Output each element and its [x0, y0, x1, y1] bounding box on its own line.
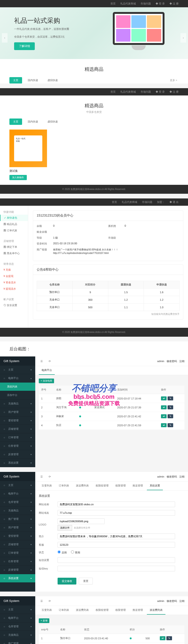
hero-cta-button[interactable]: 了解详情	[14, 42, 35, 50]
input-kefu[interactable]	[58, 542, 175, 548]
subtab-2[interactable]: 订单列表	[56, 606, 72, 614]
menu-ecommerce[interactable]: ○电商平台▾	[0, 490, 35, 498]
menu-promo[interactable]: ○推广管理▾	[0, 515, 35, 524]
sidebar-recharge[interactable]: ¥ 充值	[0, 267, 28, 273]
refresh-icon[interactable]: ⟳	[47, 474, 52, 480]
menu-home[interactable]: ○主页▾	[0, 606, 35, 614]
product-card[interactable]: 礼品一站式采购 测试集 加入购物车	[10, 130, 47, 180]
menu-task[interactable]: ○任务管理▾	[0, 557, 35, 566]
menu-recharge[interactable]: ○充值商品▾	[0, 400, 35, 408]
refresh-icon[interactable]: ⟳	[47, 598, 52, 604]
toggle-button[interactable]: ⇄	[161, 405, 166, 409]
nav-home[interactable]: 首页	[110, 2, 116, 6]
nav-faq[interactable]: 市场问题	[140, 2, 151, 6]
subtab-2[interactable]: 订单列表	[56, 482, 72, 490]
promo-link[interactable]: http://77.u7u.top/index/index/reg/code/7…	[53, 251, 118, 255]
menu-ecommerce[interactable]: ○电商平台▾	[0, 614, 35, 622]
sidebar-orders[interactable]: 圈 订单代发	[0, 227, 28, 234]
menu-toggle-icon[interactable]: ☰	[39, 598, 44, 604]
input-sitename[interactable]	[58, 502, 175, 507]
more-link[interactable]: 更多 >	[168, 77, 178, 84]
menu-feedback[interactable]: ○反馈管理▾	[0, 566, 35, 574]
subtab-4[interactable]: 权限组管理	[93, 482, 112, 490]
submenu-system-list[interactable]: 系统列表	[0, 382, 35, 391]
menu-recharge[interactable]: ○充值商品▾	[0, 631, 35, 639]
submenu-add-platform[interactable]: 添加中台	[0, 391, 35, 400]
subtab-feelist[interactable]: 派送费列表	[147, 606, 166, 614]
add-new-button[interactable]: + 新增	[39, 618, 49, 623]
nav-join[interactable]: 加盟：	[157, 200, 165, 204]
subtab-6[interactable]: 推送管理	[130, 482, 146, 490]
toggle-button[interactable]: ⇄	[161, 396, 166, 400]
submit-button[interactable]: 提交修改	[58, 578, 76, 584]
tab-domestic[interactable]: 国内快递	[24, 77, 42, 84]
menu-home[interactable]: ○主页▾	[0, 481, 35, 490]
menu-task[interactable]: ○任务管理▾	[0, 442, 35, 450]
nav-faq[interactable]: 市场问题	[142, 200, 152, 204]
subtab-3[interactable]: 派送费列表	[73, 606, 92, 614]
reset-button[interactable]: 重置	[79, 578, 93, 584]
input-smskey[interactable]	[58, 566, 175, 571]
logout-link[interactable]: 注销	[179, 360, 184, 363]
nav-mall[interactable]: 礼品代发商城	[122, 200, 137, 204]
toggle-button[interactable]: ⇄	[160, 636, 166, 640]
menu-order[interactable]: ○订单管理▾	[0, 433, 35, 442]
subtab-settings[interactable]: 系统设置	[147, 482, 163, 490]
nav-register[interactable]: ◆ 注 册	[170, 90, 178, 94]
subtab-1[interactable]: 百变列表	[39, 606, 55, 614]
nav-logout[interactable]: ◆ 退 出	[170, 200, 178, 204]
carousel-next[interactable]: ›	[180, 33, 186, 42]
nav-login[interactable]: ◆ 登 录	[156, 90, 165, 94]
sidebar-blacklist[interactable]: 圈 黑名单中心	[0, 250, 28, 256]
edit-button[interactable]: ✎	[168, 396, 173, 400]
menu-shop[interactable]: ○店铺管理▾	[0, 425, 35, 433]
menu-change[interactable]: ○变招管理▾	[0, 416, 35, 425]
sidebar-fundflow[interactable]: ¥ 资金流水	[0, 279, 28, 286]
add-platform-button[interactable]: + 添加电商	[39, 378, 54, 383]
menu-promo[interactable]: ○推广管理▾	[0, 639, 35, 644]
menu-system[interactable]: ○系统设置▾	[0, 574, 35, 583]
nav-home[interactable]: 首页	[112, 200, 117, 204]
sidebar-withdraw[interactable]: ¥ 去提现	[0, 273, 28, 279]
edit-button[interactable]: ✎	[168, 405, 173, 409]
menu-warehouse[interactable]: ○仓库管理▾	[0, 498, 35, 506]
menu-shop[interactable]: ○店铺管理▾	[0, 540, 35, 549]
tab-home[interactable]: 主页	[10, 118, 22, 125]
menu-recharge[interactable]: ○充值商品▾	[0, 506, 35, 515]
edit-button[interactable]: ✎	[166, 636, 172, 640]
menu-home[interactable]: ○主页▾	[0, 366, 35, 374]
nav-home[interactable]: 首页	[110, 90, 116, 94]
input-logo[interactable]	[58, 518, 104, 524]
carousel-prev[interactable]: ‹	[2, 33, 8, 42]
tab-domestic[interactable]: 国内快递	[24, 118, 42, 125]
subtab-5[interactable]: 权限管理	[112, 482, 128, 490]
menu-order[interactable]: ○订单管理▾	[0, 549, 35, 557]
sidebar-withdrawflow[interactable]: ¥ 提现流水	[0, 286, 28, 292]
subtab-platform[interactable]: 电商平台	[39, 366, 55, 375]
logout-link[interactable]: 注销	[179, 475, 184, 478]
logout-link[interactable]: 注销	[179, 599, 184, 603]
tab-virtual[interactable]: 虚拟快递	[44, 118, 62, 125]
menu-feedback[interactable]: ○反馈管理▾	[0, 450, 35, 459]
input-sms[interactable]	[58, 557, 175, 563]
toggle-button[interactable]: ⇄	[161, 423, 166, 427]
nav-mall[interactable]: 礼品代发商城	[120, 2, 136, 6]
edit-button[interactable]: ✎	[168, 423, 173, 427]
menu-toggle-icon[interactable]: ☰	[39, 474, 44, 480]
radio-disable[interactable]: 禁用	[71, 551, 80, 554]
radio-enable[interactable]: 启用	[58, 551, 67, 554]
subtab-5[interactable]: 权限管理	[112, 606, 128, 614]
menu-ecommerce[interactable]: ○电商平台▴	[0, 374, 35, 382]
input-desc[interactable]	[58, 534, 175, 539]
nav-mall[interactable]: 礼品代发商城	[120, 90, 136, 94]
tab-home[interactable]: 主页	[10, 77, 22, 84]
nav-faq[interactable]: 市场问题	[140, 90, 151, 94]
sidebar-express[interactable]: ✓ 发快递包	[0, 215, 28, 221]
sidebar-gifts[interactable]: 圈 精品礼品	[0, 221, 28, 227]
subtab-1[interactable]: 百变列表	[39, 482, 55, 490]
menu-user[interactable]: ○用户管理▾	[0, 408, 35, 416]
menu-system[interactable]: ○系统设置▾	[0, 459, 35, 467]
sidebar-bind[interactable]: 圈 绑定下单	[0, 244, 28, 250]
modify-password-link[interactable]: 修改密码	[166, 360, 177, 363]
subtab-6[interactable]: 推送管理	[130, 606, 146, 614]
